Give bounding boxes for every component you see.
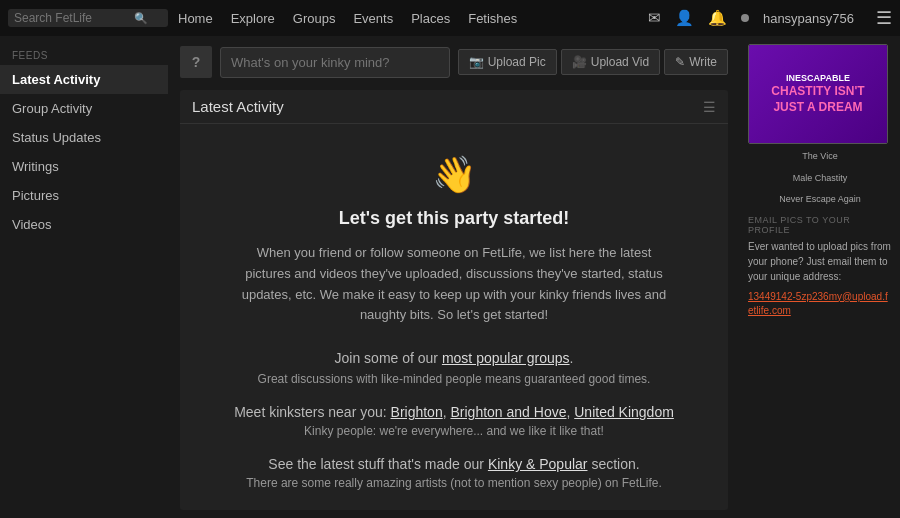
join-groups-period: . xyxy=(570,350,574,366)
email-pics-section: EMAIL PICS TO YOUR PROFILE Ever wanted t… xyxy=(748,215,892,318)
post-buttons: 📷 Upload Pic 🎥 Upload Vid ✎ Write xyxy=(458,49,728,75)
email-pics-label: EMAIL PICS TO YOUR PROFILE xyxy=(748,215,892,235)
nav-events[interactable]: Events xyxy=(353,11,393,26)
main-layout: FEEDS Latest Activity Group Activity Sta… xyxy=(0,36,900,518)
nav-icons: ✉ 👤 🔔 hansypansy756 ☰ xyxy=(648,7,892,29)
avatar-dot xyxy=(741,14,749,22)
top-navigation: 🔍 Home Explore Groups Events Places Feti… xyxy=(0,0,900,36)
promo-banner-text: INESCAPABLE CHASTITY ISN'T JUST A DREAM xyxy=(767,69,868,120)
camera-icon: 📷 xyxy=(469,55,484,69)
most-popular-groups-link[interactable]: most popular groups xyxy=(442,350,570,366)
search-box[interactable]: 🔍 xyxy=(8,9,168,27)
messages-icon[interactable]: ✉ xyxy=(648,9,661,27)
brighton-hove-link[interactable]: Brighton and Hove xyxy=(450,404,566,420)
username-label[interactable]: hansypansy756 xyxy=(763,11,854,26)
meet-kinksters-subtitle: Kinky people: we're everywhere... and we… xyxy=(220,424,688,438)
profile-icon[interactable]: 👤 xyxy=(675,9,694,27)
feed-panel-header: Latest Activity ☰ xyxy=(180,90,728,124)
empty-state-description: When you friend or follow someone on Fet… xyxy=(234,243,674,326)
join-groups-subtitle: Great discussions with like-minded peopl… xyxy=(220,372,688,386)
write-button[interactable]: ✎ Write xyxy=(664,49,728,75)
main-content: ? 📷 Upload Pic 🎥 Upload Vid ✎ Write xyxy=(168,36,740,518)
email-pics-description: Ever wanted to upload pics from your pho… xyxy=(748,239,892,284)
meet-kinksters-text: Meet kinksters near you: Brighton, Brigh… xyxy=(220,404,688,420)
sidebar-item-pictures[interactable]: Pictures xyxy=(0,181,168,210)
write-label: Write xyxy=(689,55,717,69)
write-icon: ✎ xyxy=(675,55,685,69)
post-avatar: ? xyxy=(180,46,212,78)
nav-fetishes[interactable]: Fetishes xyxy=(468,11,517,26)
hamburger-menu-icon[interactable]: ☰ xyxy=(876,7,892,29)
united-kingdom-link[interactable]: United Kingdom xyxy=(574,404,674,420)
search-input[interactable] xyxy=(14,11,134,25)
nav-places[interactable]: Places xyxy=(411,11,450,26)
meet-kinksters-prefix: Meet kinksters near you: xyxy=(234,404,390,420)
video-icon: 🎥 xyxy=(572,55,587,69)
notifications-icon[interactable]: 🔔 xyxy=(708,9,727,27)
join-groups-prefix: Join some of our xyxy=(335,350,442,366)
promo-line2: CHASTITY ISN'T xyxy=(771,84,864,100)
feed-options-icon[interactable]: ☰ xyxy=(703,99,716,115)
join-groups-text: Join some of our most popular groups. xyxy=(220,350,688,366)
brighton-link[interactable]: Brighton xyxy=(391,404,443,420)
promo-sub2: Male Chastity xyxy=(748,172,892,186)
promo-banner[interactable]: INESCAPABLE CHASTITY ISN'T JUST A DREAM xyxy=(748,44,888,144)
sidebar-item-videos[interactable]: Videos xyxy=(0,210,168,239)
post-box: ? 📷 Upload Pic 🎥 Upload Vid ✎ Write xyxy=(180,46,728,78)
upload-pic-button[interactable]: 📷 Upload Pic xyxy=(458,49,557,75)
promo-sub3: Never Escape Again xyxy=(748,193,892,207)
right-sidebar: INESCAPABLE CHASTITY ISN'T JUST A DREAM … xyxy=(740,36,900,518)
sidebar-item-status-updates[interactable]: Status Updates xyxy=(0,123,168,152)
kinky-popular-link[interactable]: Kinky & Popular xyxy=(488,456,588,472)
sidebar-item-group-activity[interactable]: Group Activity xyxy=(0,94,168,123)
kinky-popular-text: See the latest stuff that's made our Kin… xyxy=(220,456,688,472)
search-icon[interactable]: 🔍 xyxy=(134,12,148,25)
kinky-popular-suffix: section. xyxy=(588,456,640,472)
empty-state-title: Let's get this party started! xyxy=(220,208,688,229)
nav-home[interactable]: Home xyxy=(178,11,213,26)
sidebar-item-latest-activity[interactable]: Latest Activity xyxy=(0,65,168,94)
post-input[interactable] xyxy=(220,47,450,78)
kinky-popular-prefix: See the latest stuff that's made our xyxy=(268,456,488,472)
kinky-popular-subtitle: There are some really amazing artists (n… xyxy=(220,476,688,490)
nav-explore[interactable]: Explore xyxy=(231,11,275,26)
promo-line3: JUST A DREAM xyxy=(771,100,864,116)
upload-pic-label: Upload Pic xyxy=(488,55,546,69)
upload-vid-button[interactable]: 🎥 Upload Vid xyxy=(561,49,661,75)
feed-panel: Latest Activity ☰ 👋 Let's get this party… xyxy=(180,90,728,510)
email-address[interactable]: 13449142-5zp236my@upload.fetlife.com xyxy=(748,290,892,318)
feed-panel-title: Latest Activity xyxy=(192,98,284,115)
left-sidebar: FEEDS Latest Activity Group Activity Sta… xyxy=(0,36,168,518)
nav-links: Home Explore Groups Events Places Fetish… xyxy=(178,11,648,26)
promo-sub1: The Vice xyxy=(748,150,892,164)
promo-line1: INESCAPABLE xyxy=(771,73,864,85)
sidebar-item-writings[interactable]: Writings xyxy=(0,152,168,181)
feeds-section-label: FEEDS xyxy=(0,44,168,65)
wave-emoji: 👋 xyxy=(220,154,688,196)
nav-groups[interactable]: Groups xyxy=(293,11,336,26)
upload-vid-label: Upload Vid xyxy=(591,55,650,69)
empty-state: 👋 Let's get this party started! When you… xyxy=(180,124,728,510)
